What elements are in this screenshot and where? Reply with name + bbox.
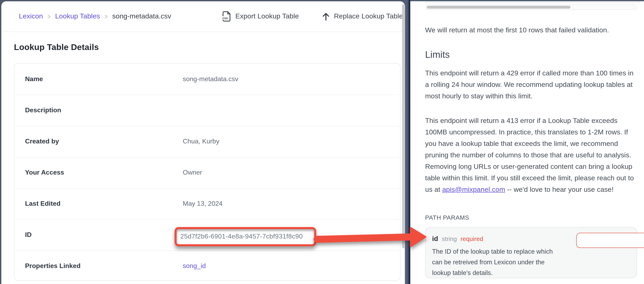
screenshot-stage: Lexicon > Lookup Tables > song-metadata.… (0, 0, 644, 284)
docs-top-strip (425, 1, 641, 3)
breadcrumb-lookup-tables[interactable]: Lookup Tables (55, 12, 100, 20)
detail-label: ID (25, 231, 183, 239)
detail-row-name: Name song-metadata.csv (14, 63, 400, 95)
detail-label: Your Access (25, 169, 183, 176)
detail-row-created-by: Created by Chua, Kurby (14, 126, 400, 157)
detail-row-id: ID 25d7f2b6-6901-4e8a-9457-7cbf931f8c90 (14, 219, 400, 250)
param-type: string (442, 235, 457, 242)
breadcrumb-lexicon[interactable]: Lexicon (19, 12, 43, 20)
detail-label: Description (25, 107, 183, 114)
page-title: Lookup Table Details (14, 42, 99, 52)
replace-button-label: Replace Lookup Table (334, 12, 403, 20)
page-header: Lexicon > Lookup Tables > song-metadata.… (2, 1, 404, 32)
limits-paragraph-413: This endpoint will return a 413 error if… (425, 115, 636, 195)
id-param-input[interactable] (576, 233, 644, 248)
param-name: id (432, 235, 438, 242)
svg-text:csv: csv (222, 16, 228, 20)
detail-row-last-edited: Last Edited May 13, 2024 (14, 188, 400, 219)
detail-label: Created by (25, 138, 183, 145)
breadcrumb: Lexicon > Lookup Tables > song-metadata.… (19, 1, 171, 31)
limits-paragraph-429: This endpoint will return a 429 error if… (425, 67, 636, 102)
detail-label: Last Edited (25, 200, 183, 207)
horizontal-scrollbar-track[interactable] (425, 4, 637, 10)
detail-value: Owner (183, 169, 202, 176)
support-email-link[interactable]: apis@mixpanel.com (442, 185, 505, 193)
replace-lookup-table-button[interactable]: Replace Lookup Table (322, 1, 403, 31)
lookup-table-details-window: Lexicon > Lookup Tables > song-metadata.… (1, 1, 405, 284)
param-required-badge: required (460, 235, 483, 242)
lookup-table-id-value: 25d7f2b6-6901-4e8a-9457-7cbf931f8c90 (180, 233, 303, 240)
param-description: The ID of the lookup table to replace wh… (432, 246, 554, 278)
id-param-card: id string required The ID of the lookup … (425, 227, 637, 278)
detail-label: Name (25, 75, 183, 83)
export-button-label: Export Lookup Table (235, 12, 299, 20)
breadcrumb-current-file: song-metadata.csv (112, 12, 171, 20)
path-params-section-label: PATH PARAMS (425, 214, 636, 221)
api-docs-window: We will return at most the first 10 rows… (410, 1, 644, 284)
csv-file-icon: csv (222, 11, 231, 22)
detail-value: 25d7f2b6-6901-4e8a-9457-7cbf931f8c90 (183, 224, 316, 246)
detail-value: May 13, 2024 (183, 200, 222, 207)
docs-intro-paragraph: We will return at most the first 10 rows… (425, 24, 636, 36)
detail-row-your-access: Your Access Owner (14, 157, 400, 188)
vertical-scrollbar-thumb[interactable] (402, 4, 405, 248)
detail-row-properties-linked: Properties Linked song_id (14, 250, 400, 281)
detail-value: Chua, Kurby (183, 138, 219, 145)
chevron-right-icon: > (104, 12, 108, 20)
annotation-highlight-box: 25d7f2b6-6901-4e8a-9457-7cbf931f8c90 (174, 227, 316, 246)
limits-paragraph-text: This endpoint will return a 413 error if… (425, 117, 634, 193)
limits-heading: Limits (425, 49, 636, 60)
param-header: id string required (432, 235, 483, 242)
details-card: Name song-metadata.csv Description Creat… (14, 63, 400, 281)
chevron-right-icon: > (48, 12, 50, 20)
detail-row-description: Description (14, 95, 400, 126)
horizontal-scrollbar-thumb[interactable] (427, 5, 570, 8)
detail-label: Properties Linked (25, 262, 183, 270)
linked-property-link[interactable]: song_id (183, 262, 206, 270)
window-gap (405, 0, 410, 284)
detail-value: song-metadata.csv (183, 75, 238, 83)
export-lookup-table-button[interactable]: csv Export Lookup Table (222, 1, 299, 31)
limits-paragraph-text: -- we'd love to hear your use case! (505, 185, 614, 193)
up-arrow-icon (322, 12, 330, 21)
